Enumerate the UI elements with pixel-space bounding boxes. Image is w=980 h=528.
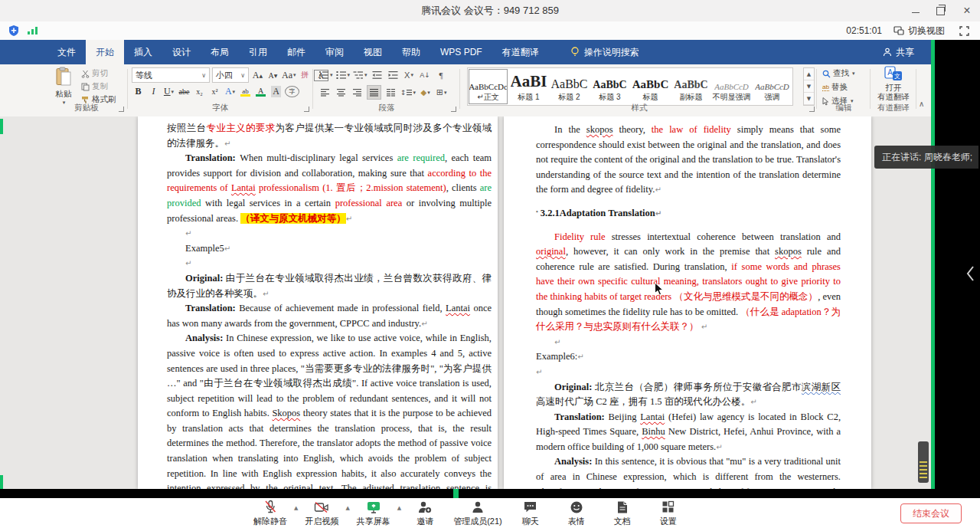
cut-button[interactable]: 剪切	[81, 67, 116, 80]
font-name-combo[interactable]: 等线∨	[132, 67, 210, 83]
align-left-icon[interactable]	[318, 86, 332, 99]
tab-视图[interactable]: 视图	[354, 40, 392, 64]
font-color-button[interactable]: A	[254, 85, 267, 98]
numbered-list-icon[interactable]: ▾	[336, 68, 351, 81]
sort-icon[interactable]: A↓	[419, 68, 432, 81]
settings-button[interactable]: 设置	[651, 500, 686, 527]
italic-button[interactable]: I	[147, 85, 160, 98]
highlight-button[interactable]: ab	[239, 85, 252, 98]
style-item[interactable]: AaBI标题 1	[508, 68, 549, 105]
video-options-arrow[interactable]: ▲	[345, 505, 349, 511]
styles-up-icon[interactable]: ▲	[804, 68, 814, 80]
paragraph-group-label: 段落	[315, 103, 458, 113]
styles-group-label: 样式	[462, 103, 816, 113]
style-item[interactable]: AaBbCcDc↵正文	[468, 68, 508, 105]
asian-layout-icon[interactable]: X▾	[403, 68, 416, 81]
share-border-right	[931, 40, 935, 498]
fullscreen-icon[interactable]	[959, 25, 969, 39]
tell-me-search[interactable]: 操作说明搜索	[570, 40, 639, 64]
collapse-panel-chevron-icon[interactable]	[966, 265, 975, 282]
tab-有道翻译[interactable]: 有道翻译	[492, 40, 549, 64]
invite-button[interactable]: 邀请	[407, 500, 443, 527]
superscript-button[interactable]: x²	[208, 85, 221, 98]
align-center-icon[interactable]	[335, 86, 348, 99]
collapse-ribbon-icon[interactable]: ∧	[919, 100, 924, 108]
enclose-characters-button[interactable]: 字	[285, 86, 299, 97]
bold-button[interactable]: B	[132, 85, 145, 98]
doc-paragraph: Original: 北京兰台（合肥）律师事务所位于安徽省合肥市滨湖新区高速时代广…	[536, 380, 841, 410]
restore-icon[interactable]	[936, 7, 945, 15]
tab-审阅[interactable]: 审阅	[315, 40, 354, 64]
borders-icon[interactable]: ⊞▾	[435, 86, 448, 99]
tab-设计[interactable]: 设计	[162, 40, 201, 64]
share-options-arrow[interactable]: ▲	[397, 505, 401, 511]
style-item[interactable]: AaBbC副标题	[671, 68, 711, 105]
multilevel-list-icon[interactable]: ▾	[353, 68, 368, 81]
align-right-icon[interactable]	[351, 86, 364, 99]
show-marks-icon[interactable]: ¶	[435, 68, 448, 81]
document-canvas[interactable]: 按照兰台专业主义的要求为客户提供某一专业领域或同时涉及多个专业领域的法律服务。↵…	[0, 116, 931, 489]
style-item[interactable]: AaBbCcD不明显强调	[711, 68, 752, 105]
styles-dialog-launcher[interactable]	[809, 107, 815, 112]
scrollbar-thumb[interactable]	[918, 441, 929, 483]
decrease-indent-icon[interactable]	[371, 68, 384, 81]
phonetic-guide-button[interactable]: 拼	[299, 69, 312, 82]
style-item[interactable]: AaBbC标题 2	[549, 68, 590, 105]
font-dialog-launcher[interactable]	[304, 107, 309, 112]
styles-gallery-arrows: ▲ ▼ ▼	[803, 67, 815, 106]
unmute-button[interactable]: 解除静音	[253, 500, 288, 527]
shading-icon[interactable]: ◆▾	[419, 86, 432, 99]
grow-font-button[interactable]: A▲	[251, 69, 264, 82]
svg-text:A: A	[887, 68, 893, 77]
tab-插入[interactable]: 插入	[124, 40, 162, 64]
speaking-toast: 正在讲话: 周晓春老师;	[874, 146, 978, 169]
change-case-button[interactable]: Aa▾	[282, 69, 296, 82]
settings-grid-icon	[662, 500, 675, 515]
tab-文件[interactable]: 文件	[47, 40, 86, 64]
switch-view-button[interactable]: 切换视图	[893, 21, 945, 40]
tab-开始[interactable]: 开始	[86, 40, 124, 64]
clipboard-group-label: 剪贴板	[47, 103, 126, 113]
end-meeting-button[interactable]: 结束会议	[900, 503, 962, 523]
close-icon[interactable]: ×	[962, 5, 972, 16]
bullet-list-icon[interactable]: ▾	[318, 68, 333, 81]
tab-引用[interactable]: 引用	[239, 40, 277, 64]
justify-icon[interactable]	[367, 85, 381, 100]
share-button[interactable]: 共享	[883, 40, 914, 64]
chat-button[interactable]: 聊天	[513, 500, 548, 527]
youdao-open-button[interactable]: A 文 打开 有道翻译	[871, 66, 916, 101]
distribute-icon[interactable]	[384, 86, 397, 99]
strikethrough-button[interactable]: abe	[178, 85, 191, 98]
tab-帮助[interactable]: 帮助	[392, 40, 430, 64]
emoji-button[interactable]: 表情	[559, 500, 594, 527]
share-screen-button[interactable]: 共享屏幕	[356, 500, 391, 527]
style-item[interactable]: AaBbC标题 3	[590, 68, 630, 105]
scissors-icon	[81, 70, 90, 78]
docs-button[interactable]: 文档	[605, 500, 640, 527]
paragraph-dialog-launcher[interactable]	[451, 107, 456, 112]
clipboard-dialog-launcher[interactable]	[119, 107, 124, 112]
subscript-button[interactable]: x₂	[193, 85, 206, 98]
tab-邮件[interactable]: 邮件	[277, 40, 315, 64]
replace-button[interactable]: ab 替换	[822, 81, 855, 93]
styles-down-icon[interactable]: ▼	[804, 80, 814, 93]
underline-button[interactable]: U▾	[162, 85, 175, 98]
manage-members-button[interactable]: 管理成员(21)	[453, 500, 502, 527]
mute-options-arrow[interactable]: ▲	[294, 505, 298, 511]
character-shading-button[interactable]: A	[270, 85, 283, 98]
minimize-icon[interactable]	[912, 8, 920, 13]
increase-indent-icon[interactable]	[387, 68, 400, 81]
copy-icon	[81, 83, 90, 91]
start-video-button[interactable]: 开启视频	[304, 500, 339, 527]
tab-布局[interactable]: 布局	[201, 40, 239, 64]
find-button[interactable]: 查找▾	[822, 67, 855, 80]
line-spacing-icon[interactable]: ↕▾	[400, 86, 416, 99]
font-size-combo[interactable]: 小四∨	[212, 67, 249, 83]
text-effects-button[interactable]: A▾	[224, 85, 237, 98]
tab-WPS PDF[interactable]: WPS PDF	[430, 40, 492, 64]
style-item[interactable]: AaBbCcD强调	[752, 68, 792, 105]
shrink-font-button[interactable]: A▼	[266, 69, 279, 82]
paste-button[interactable]: 粘贴 ▾	[51, 67, 77, 106]
copy-button[interactable]: 复制	[81, 80, 116, 93]
style-item[interactable]: AaBbC标题	[630, 68, 671, 105]
